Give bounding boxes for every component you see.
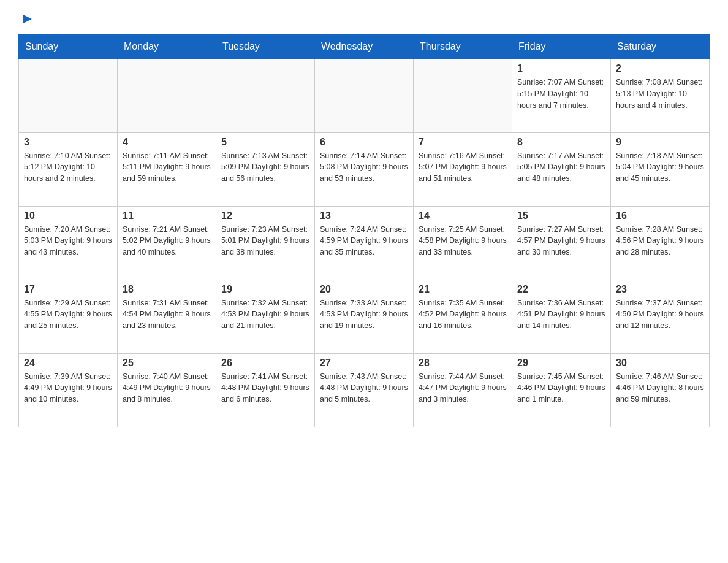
day-number: 13 [320,210,408,221]
calendar-week-2: 3Sunrise: 7:10 AM Sunset: 5:12 PM Daylig… [19,132,710,206]
weekday-header-wednesday: Wednesday [315,35,414,59]
day-number: 15 [517,210,605,221]
day-info: Sunrise: 7:41 AM Sunset: 4:48 PM Dayligh… [221,371,309,405]
day-info: Sunrise: 7:16 AM Sunset: 5:07 PM Dayligh… [419,150,507,185]
calendar-cell: 1Sunrise: 7:07 AM Sunset: 5:15 PM Daylig… [512,59,611,132]
day-info: Sunrise: 7:21 AM Sunset: 5:02 PM Dayligh… [123,224,211,258]
day-info: Sunrise: 7:46 AM Sunset: 4:46 PM Dayligh… [616,371,704,405]
calendar-cell: 15Sunrise: 7:27 AM Sunset: 4:57 PM Dayli… [512,206,611,280]
calendar-cell: 22Sunrise: 7:36 AM Sunset: 4:51 PM Dayli… [512,280,611,353]
day-info: Sunrise: 7:13 AM Sunset: 5:09 PM Dayligh… [221,150,309,185]
weekday-header-saturday: Saturday [611,35,710,59]
day-number: 3 [24,137,112,148]
day-number: 12 [221,210,309,221]
calendar-week-4: 17Sunrise: 7:29 AM Sunset: 4:55 PM Dayli… [19,280,710,353]
calendar-cell: 8Sunrise: 7:17 AM Sunset: 5:05 PM Daylig… [512,132,611,206]
day-number: 1 [517,63,605,74]
calendar-cell: 30Sunrise: 7:46 AM Sunset: 4:46 PM Dayli… [611,353,710,427]
weekday-header-friday: Friday [512,35,611,59]
day-info: Sunrise: 7:29 AM Sunset: 4:55 PM Dayligh… [24,297,112,332]
calendar-week-1: 1Sunrise: 7:07 AM Sunset: 5:15 PM Daylig… [19,59,710,132]
day-info: Sunrise: 7:33 AM Sunset: 4:53 PM Dayligh… [320,297,408,332]
day-info: Sunrise: 7:20 AM Sunset: 5:03 PM Dayligh… [24,224,112,258]
calendar-cell: 23Sunrise: 7:37 AM Sunset: 4:50 PM Dayli… [611,280,710,353]
day-number: 19 [221,284,309,295]
day-number: 26 [221,358,309,369]
calendar-table: SundayMondayTuesdayWednesdayThursdayFrid… [18,34,710,427]
calendar-cell: 28Sunrise: 7:44 AM Sunset: 4:47 PM Dayli… [414,353,512,427]
weekday-header-monday: Monday [118,35,216,59]
calendar-cell [216,59,315,132]
day-info: Sunrise: 7:14 AM Sunset: 5:08 PM Dayligh… [320,150,408,185]
day-info: Sunrise: 7:44 AM Sunset: 4:47 PM Dayligh… [419,371,507,405]
day-info: Sunrise: 7:25 AM Sunset: 4:58 PM Dayligh… [419,224,507,258]
day-info: Sunrise: 7:17 AM Sunset: 5:05 PM Dayligh… [517,150,605,185]
day-number: 20 [320,284,408,295]
calendar-cell: 20Sunrise: 7:33 AM Sunset: 4:53 PM Dayli… [315,280,414,353]
calendar-cell [19,59,118,132]
day-info: Sunrise: 7:11 AM Sunset: 5:11 PM Dayligh… [123,150,211,185]
calendar-cell: 24Sunrise: 7:39 AM Sunset: 4:49 PM Dayli… [19,353,118,427]
calendar-cell: 26Sunrise: 7:41 AM Sunset: 4:48 PM Dayli… [216,353,315,427]
day-number: 23 [616,284,704,295]
calendar-cell: 18Sunrise: 7:31 AM Sunset: 4:54 PM Dayli… [118,280,216,353]
calendar-cell: 10Sunrise: 7:20 AM Sunset: 5:03 PM Dayli… [19,206,118,280]
calendar-cell: 4Sunrise: 7:11 AM Sunset: 5:11 PM Daylig… [118,132,216,206]
calendar-cell: 21Sunrise: 7:35 AM Sunset: 4:52 PM Dayli… [414,280,512,353]
weekday-header-row: SundayMondayTuesdayWednesdayThursdayFrid… [19,35,710,59]
day-number: 6 [320,137,408,148]
day-number: 2 [616,63,704,74]
page-header [18,12,710,28]
calendar-week-5: 24Sunrise: 7:39 AM Sunset: 4:49 PM Dayli… [19,353,710,427]
day-info: Sunrise: 7:27 AM Sunset: 4:57 PM Dayligh… [517,224,605,258]
day-number: 9 [616,137,704,148]
calendar-body: 1Sunrise: 7:07 AM Sunset: 5:15 PM Daylig… [19,59,710,427]
day-info: Sunrise: 7:32 AM Sunset: 4:53 PM Dayligh… [221,297,309,332]
weekday-header-sunday: Sunday [19,35,118,59]
day-info: Sunrise: 7:45 AM Sunset: 4:46 PM Dayligh… [517,371,605,405]
day-info: Sunrise: 7:07 AM Sunset: 5:15 PM Dayligh… [517,77,605,111]
day-number: 29 [517,358,605,369]
day-number: 24 [24,358,112,369]
day-number: 21 [419,284,507,295]
day-number: 14 [419,210,507,221]
day-number: 25 [123,358,211,369]
day-info: Sunrise: 7:36 AM Sunset: 4:51 PM Dayligh… [517,297,605,332]
day-number: 27 [320,358,408,369]
day-number: 16 [616,210,704,221]
calendar-cell [315,59,414,132]
calendar-header: SundayMondayTuesdayWednesdayThursdayFrid… [19,35,710,59]
calendar-cell: 13Sunrise: 7:24 AM Sunset: 4:59 PM Dayli… [315,206,414,280]
day-info: Sunrise: 7:37 AM Sunset: 4:50 PM Dayligh… [616,297,704,332]
day-info: Sunrise: 7:31 AM Sunset: 4:54 PM Dayligh… [123,297,211,332]
weekday-header-thursday: Thursday [414,35,512,59]
calendar-cell: 14Sunrise: 7:25 AM Sunset: 4:58 PM Dayli… [414,206,512,280]
day-number: 22 [517,284,605,295]
logo [18,12,34,28]
calendar-cell: 2Sunrise: 7:08 AM Sunset: 5:13 PM Daylig… [611,59,710,132]
day-number: 28 [419,358,507,369]
day-number: 30 [616,358,704,369]
calendar-cell: 29Sunrise: 7:45 AM Sunset: 4:46 PM Dayli… [512,353,611,427]
day-info: Sunrise: 7:35 AM Sunset: 4:52 PM Dayligh… [419,297,507,332]
calendar-cell: 11Sunrise: 7:21 AM Sunset: 5:02 PM Dayli… [118,206,216,280]
day-number: 7 [419,137,507,148]
day-info: Sunrise: 7:39 AM Sunset: 4:49 PM Dayligh… [24,371,112,405]
calendar-cell: 25Sunrise: 7:40 AM Sunset: 4:49 PM Dayli… [118,353,216,427]
day-info: Sunrise: 7:10 AM Sunset: 5:12 PM Dayligh… [24,150,112,185]
calendar-cell: 12Sunrise: 7:23 AM Sunset: 5:01 PM Dayli… [216,206,315,280]
day-info: Sunrise: 7:24 AM Sunset: 4:59 PM Dayligh… [320,224,408,258]
day-number: 18 [123,284,211,295]
calendar-cell: 5Sunrise: 7:13 AM Sunset: 5:09 PM Daylig… [216,132,315,206]
svg-marker-0 [23,15,32,23]
calendar-cell: 6Sunrise: 7:14 AM Sunset: 5:08 PM Daylig… [315,132,414,206]
logo-arrow-icon [21,12,34,26]
calendar-cell: 16Sunrise: 7:28 AM Sunset: 4:56 PM Dayli… [611,206,710,280]
day-info: Sunrise: 7:18 AM Sunset: 5:04 PM Dayligh… [616,150,704,185]
day-info: Sunrise: 7:28 AM Sunset: 4:56 PM Dayligh… [616,224,704,258]
day-info: Sunrise: 7:08 AM Sunset: 5:13 PM Dayligh… [616,77,704,111]
calendar-cell: 19Sunrise: 7:32 AM Sunset: 4:53 PM Dayli… [216,280,315,353]
calendar-cell: 9Sunrise: 7:18 AM Sunset: 5:04 PM Daylig… [611,132,710,206]
calendar-cell: 17Sunrise: 7:29 AM Sunset: 4:55 PM Dayli… [19,280,118,353]
day-info: Sunrise: 7:23 AM Sunset: 5:01 PM Dayligh… [221,224,309,258]
